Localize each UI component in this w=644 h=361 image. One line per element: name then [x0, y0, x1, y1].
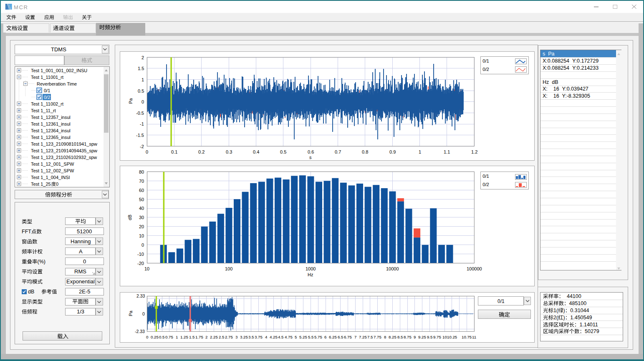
- svg-text:X: 16 Y:-8.329305: X: 16 Y:-8.329305: [543, 93, 590, 99]
- svg-text:X:0.088254 Y:0.214233: X:0.088254 Y:0.214233: [543, 65, 599, 71]
- svg-text:11: 11: [472, 335, 476, 339]
- svg-text:7: 7: [354, 335, 356, 339]
- svg-text:44100: 44100: [564, 293, 581, 299]
- svg-text:8.5: 8.5: [397, 335, 403, 339]
- svg-text:0.31044: 0.31044: [570, 308, 589, 313]
- svg-text:2.25: 2.25: [210, 335, 218, 339]
- svg-text:7.25: 7.25: [359, 335, 367, 339]
- svg-text:6.5: 6.5: [338, 335, 343, 339]
- svg-text:3.75: 3.75: [255, 335, 263, 339]
- svg-text:1.450549: 1.450549: [570, 315, 592, 321]
- svg-text:2.75: 2.75: [225, 335, 233, 339]
- svg-text:3.5: 3.5: [248, 335, 254, 339]
- svg-text:6.75: 6.75: [344, 335, 352, 339]
- svg-text:3.25: 3.25: [240, 335, 248, 339]
- svg-text:6: 6: [324, 335, 326, 339]
- svg-text:2: 2: [205, 335, 207, 339]
- svg-text:6.25: 6.25: [329, 335, 337, 339]
- svg-text:7.75: 7.75: [374, 335, 381, 339]
- svg-text:5: 5: [295, 335, 297, 339]
- svg-text:9: 9: [414, 335, 416, 339]
- svg-text:8.25: 8.25: [389, 335, 397, 339]
- svg-text:1.75: 1.75: [195, 335, 203, 339]
- svg-text:8.75: 8.75: [404, 335, 412, 339]
- svg-text:): ): [563, 308, 565, 313]
- svg-text:5.25: 5.25: [299, 335, 307, 339]
- svg-text:4: 4: [265, 335, 268, 339]
- svg-text:0.75: 0.75: [165, 335, 173, 339]
- svg-text:X:0.088254 Y:0.172729: X:0.088254 Y:0.172729: [543, 58, 599, 64]
- svg-text:4.5: 4.5: [278, 335, 283, 339]
- svg-text:10.75: 10.75: [462, 335, 472, 339]
- svg-text:0.25: 0.25: [151, 335, 159, 339]
- svg-text:1.14011: 1.14011: [579, 322, 598, 328]
- svg-text:2.33: 2.33: [136, 294, 145, 299]
- svg-text:50279: 50279: [585, 329, 599, 335]
- svg-text:485100: 485100: [569, 300, 586, 306]
- svg-text:0/1: 0/1: [498, 298, 505, 304]
- svg-text:1(: 1(: [553, 308, 558, 313]
- svg-text:s Pa: s Pa: [543, 51, 555, 57]
- svg-text:): ): [563, 315, 565, 321]
- svg-text:9.25: 9.25: [418, 335, 426, 339]
- svg-text:0: 0: [146, 335, 149, 339]
- svg-text:2(: 2(: [553, 315, 558, 321]
- svg-text:Hz dB: Hz dB: [543, 79, 558, 85]
- svg-text:7.5: 7.5: [367, 335, 373, 339]
- svg-text:2.5: 2.5: [219, 335, 224, 339]
- svg-text:X: 16 Y:0.039427: X: 16 Y:0.039427: [543, 86, 588, 92]
- svg-text:9.5: 9.5: [427, 335, 432, 339]
- svg-text:1.25: 1.25: [180, 335, 188, 339]
- svg-text:1.5: 1.5: [189, 335, 194, 339]
- svg-text:4.75: 4.75: [285, 335, 293, 339]
- svg-text:5.75: 5.75: [314, 335, 322, 339]
- svg-text:0: 0: [142, 311, 145, 316]
- svg-text:1: 1: [176, 335, 178, 339]
- svg-text:4.25: 4.25: [270, 335, 278, 339]
- svg-text:8: 8: [384, 335, 386, 339]
- svg-text:5.5: 5.5: [308, 335, 313, 339]
- svg-text:10: 10: [442, 335, 447, 339]
- svg-text:0.5: 0.5: [159, 335, 164, 339]
- svg-text:-2.33: -2.33: [135, 329, 145, 334]
- svg-text:3: 3: [235, 335, 237, 339]
- svg-text:9.75: 9.75: [433, 335, 441, 339]
- svg-text:10.25: 10.25: [447, 335, 457, 339]
